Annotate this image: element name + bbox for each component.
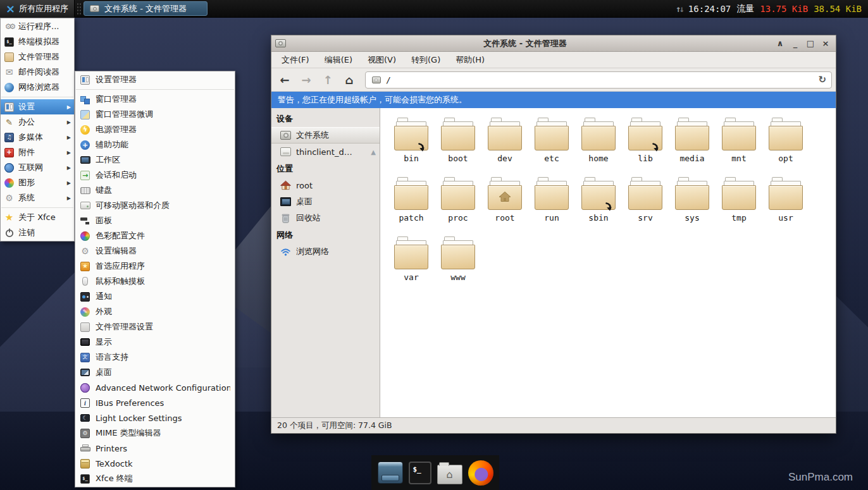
settings-submenu-item-texdoctk[interactable]: TeXdoctk [75,456,235,471]
sidebar-item-thinclient[interactable]: thinclient_d…▲ [271,144,380,160]
menubar-view[interactable]: 视图(V) [360,52,404,68]
app-menu-item-label: 设置 [18,101,35,113]
settings-submenu-item-mouse-touchpad[interactable]: 鼠标和触摸板 [75,274,235,289]
folder-item-bin[interactable]: bin [388,116,435,175]
settings-submenu-item-light-locker[interactable]: ☾Light Locker Settings [75,410,235,426]
sidebar-item-trash[interactable]: 回收站 [271,210,380,226]
maximize-button[interactable]: □ [804,37,817,50]
settings-submenu-item-label: 窗口管理器微调 [96,109,153,120]
folder-item-dev[interactable]: dev [481,116,528,175]
folder-item-boot[interactable]: boot [435,116,481,175]
settings-submenu-item-session-startup[interactable]: →会话和启动 [75,168,235,183]
folder-item-srv[interactable]: srv [622,175,669,235]
folder-item-var[interactable]: var [388,235,435,294]
dock-launcher-show-desktop[interactable] [378,462,403,484]
folder-item-run[interactable]: run [528,175,575,235]
folder-item-mnt[interactable]: mnt [716,116,762,175]
sidebar-item-filesystem[interactable]: 文件系统 [271,127,380,144]
settings-submenu-item-advanced-network[interactable]: Advanced Network Configuration [75,380,235,395]
taskbar-window-button[interactable]: 文件系统 - 文件管理器 [84,1,208,16]
folder-item-sys[interactable]: sys [669,175,716,235]
settings-submenu-item-settings-manager[interactable]: 设置管理器 [75,72,235,87]
close-button[interactable]: × [819,37,832,50]
tasklist-handle [77,3,82,15]
app-menu-item-graphics[interactable]: 图形▶ [1,175,74,190]
app-menu-item-accessories[interactable]: +附件▶ [1,145,74,160]
folder-item-etc[interactable]: etc [528,116,575,175]
settings-submenu-item-power-manager[interactable]: ϟ电源管理器 [75,122,235,137]
settings-submenu-item-preferred-apps[interactable]: ★首选应用程序 [75,259,235,274]
settings-submenu-item-xfce-terminal[interactable]: $_Xfce 终端 [75,471,235,486]
app-menu-item-system[interactable]: ⚙系统▶ [1,190,74,205]
settings-submenu-item-workspaces[interactable]: 工作区 [75,152,235,168]
app-menu-item-file-manager[interactable]: 文件管理器 [1,49,74,64]
color-profiles-icon [80,231,90,242]
app-menu-item-multimedia[interactable]: ♫多媒体▶ [1,130,74,145]
sidebar-item-browse-network[interactable]: 浏览网络 [271,243,380,260]
window-titlebar[interactable]: 文件系统 - 文件管理器 ∧ _ □ × [271,35,836,52]
settings-submenu-item-color-profiles[interactable]: 色彩配置文件 [75,228,235,243]
light-locker-icon: ☾ [80,413,90,424]
xfce-logo-icon: × [6,4,15,14]
app-menu-item-internet[interactable]: 互联网▶ [1,160,74,175]
app-menu-item-label: 附件 [18,147,35,158]
forward-button[interactable]: → [297,71,316,89]
settings-submenu-item-desktop[interactable]: 桌面 [75,365,235,380]
settings-submenu-item-ibus[interactable]: iIBus Preferences [75,395,235,410]
folder-item-proc[interactable]: proc [435,175,481,235]
settings-submenu-item-display[interactable]: 显示 [75,334,235,350]
app-menu-item-browser[interactable]: 网络浏览器 [1,80,74,95]
traffic-download-value: 13.75 KiB [760,4,808,14]
reload-icon[interactable]: ↻ [818,74,826,85]
menubar-edit[interactable]: 编辑(E) [317,52,360,68]
settings-submenu-item-language-support[interactable]: 文语言支持 [75,350,235,365]
file-grid: binbootdevetchomelibmediamntoptpatchproc… [380,108,836,417]
app-menu-item-terminal[interactable]: $_终端模拟器 [1,34,74,49]
settings-submenu-item-wm-tweaks[interactable]: 窗口管理器微调 [75,107,235,122]
folder-item-tmp[interactable]: tmp [716,175,762,235]
menubar-go[interactable]: 转到(G) [404,52,448,68]
settings-submenu-item-settings-editor[interactable]: ⚙设置编辑器 [75,243,235,259]
path-bar[interactable]: / ↻ [365,71,832,89]
sidebar-item-desktop[interactable]: 桌面 [271,193,380,210]
dock-launcher-terminal[interactable]: $_ [409,462,431,484]
folder-item-usr[interactable]: usr [762,175,809,235]
up-button[interactable]: ↑ [318,71,337,89]
folder-item-opt[interactable]: opt [762,116,809,175]
settings-submenu-item-fm-settings[interactable]: 文件管理器设置 [75,319,235,334]
settings-submenu-item-removable-media[interactable]: 可移动驱动器和介质 [75,198,235,213]
app-menu-item-settings[interactable]: 设置▶ [1,99,74,114]
folder-item-home[interactable]: home [575,116,622,175]
folder-item-root[interactable]: root [481,175,528,235]
folder-item-media[interactable]: media [669,116,716,175]
settings-submenu-item-appearance[interactable]: ✎外观 [75,304,235,319]
dock-launcher-file-manager[interactable]: ⌂ [437,462,462,484]
menubar-help[interactable]: 帮助(H) [448,52,492,68]
back-button[interactable]: ← [275,71,294,89]
minimize-button[interactable]: _ [789,37,802,50]
app-menu-item-mail[interactable]: ✉邮件阅读器 [1,64,74,80]
home-button[interactable]: ⌂ [340,71,359,89]
app-menu-item-office[interactable]: ✎办公▶ [1,114,74,130]
app-menu-item-about-xfce[interactable]: ★关于 Xfce [1,210,74,225]
settings-submenu-item-notifications[interactable]: 通知 [75,289,235,304]
folder-item-lib[interactable]: lib [622,116,669,175]
folder-item-patch[interactable]: patch [388,175,435,235]
dock-launcher-firefox[interactable] [468,460,493,486]
eject-icon[interactable]: ▲ [371,149,376,156]
terminal-icon: $_ [409,462,431,484]
folder-item-www[interactable]: www [435,235,481,294]
settings-submenu-item-printers[interactable]: Printers [75,441,235,456]
applications-menu-button[interactable]: × 所有应用程序 [0,0,75,18]
sidebar-section-header: 设备 [271,110,380,127]
folder-item-sbin[interactable]: sbin [575,175,622,235]
settings-submenu-item-keyboard[interactable]: 键盘 [75,183,235,198]
settings-submenu-item-window-manager[interactable]: 窗口管理器 [75,92,235,107]
app-menu-item-run[interactable]: ⚙⚙运行程序... [1,19,74,34]
menubar-file[interactable]: 文件(F) [274,52,317,68]
app-menu-item-logout[interactable]: 注销 [1,225,74,240]
settings-submenu-item-panel[interactable]: 面板 [75,213,235,228]
settings-submenu-item-mime-editor[interactable]: ⚙MIME 类型编辑器 [75,426,235,441]
sidebar-item-root-home[interactable]: root [271,177,380,193]
settings-submenu-item-accessibility[interactable]: +辅助功能 [75,137,235,152]
